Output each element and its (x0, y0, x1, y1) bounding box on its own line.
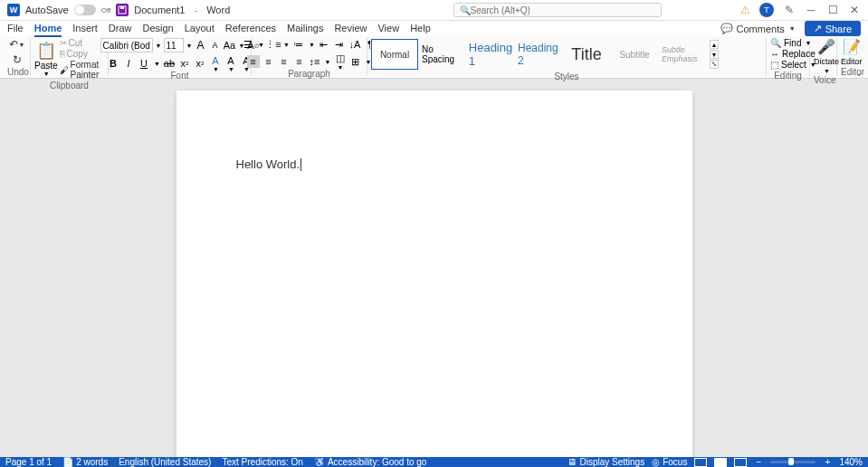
borders-button[interactable]: ⊞ (349, 55, 362, 68)
page[interactable]: Hello World. (176, 91, 692, 457)
chevron-down-icon[interactable]: ▼ (156, 43, 162, 49)
underline-button[interactable]: U (138, 57, 150, 70)
multilevel-list-button[interactable]: ≔ (292, 38, 305, 51)
bullets-button[interactable]: ☰ (242, 38, 254, 51)
minimize-button[interactable]: ─ (805, 4, 817, 16)
increase-indent-button[interactable]: ⇥ (333, 38, 346, 51)
chevron-down-icon[interactable]: ▼ (258, 42, 264, 48)
tab-view[interactable]: View (377, 21, 399, 37)
font-name-input[interactable] (100, 38, 153, 52)
italic-button[interactable]: I (122, 57, 135, 70)
styles-expand[interactable]: ⤡ (710, 60, 719, 69)
tab-layout[interactable]: Layout (185, 21, 215, 37)
style-normal[interactable]: Normal (371, 39, 418, 70)
chevron-down-icon[interactable]: ▼ (186, 43, 193, 49)
align-right-button[interactable]: ≡ (278, 55, 291, 68)
maximize-button[interactable]: ☐ (826, 4, 839, 16)
redo-button[interactable]: ↻ (10, 53, 24, 66)
text-predictions[interactable]: Text Predictions: On (222, 457, 302, 467)
tab-mailings[interactable]: Mailings (287, 21, 323, 37)
language-button[interactable]: English (United States) (119, 457, 211, 467)
zoom-thumb[interactable] (788, 458, 794, 465)
search-icon: 🔍 (770, 38, 781, 48)
collapse-ribbon-button[interactable]: ⌄ (855, 68, 863, 78)
line-spacing-button[interactable]: ↕≡ (309, 55, 321, 68)
style-subtitle[interactable]: Subtitle (611, 39, 658, 70)
accessibility-status[interactable]: ♿Accessibility: Good to go (314, 457, 427, 467)
align-left-button[interactable]: ≡ (247, 55, 260, 68)
page-content[interactable]: Hello World. (236, 157, 633, 171)
tab-design[interactable]: Design (142, 21, 173, 37)
pen-icon[interactable]: ✎ (783, 4, 796, 16)
brush-icon: 🖌 (60, 65, 69, 75)
format-painter-button[interactable]: 🖌Format Painter (60, 60, 104, 80)
tab-insert[interactable]: Insert (72, 21, 98, 37)
print-layout-button[interactable] (714, 458, 727, 467)
cut-button[interactable]: ✂Cut (60, 38, 104, 48)
save-icon[interactable] (116, 4, 129, 16)
highlight-button[interactable]: A▼ (224, 57, 237, 70)
zoom-level[interactable]: 140% (839, 457, 863, 467)
numbering-button[interactable]: ⋮≡ (267, 38, 280, 51)
tab-review[interactable]: Review (334, 21, 367, 37)
comments-button[interactable]: 💬 Comments ▼ (720, 23, 796, 34)
bold-button[interactable]: B (107, 57, 119, 70)
text-effects-button[interactable]: A▼ (209, 57, 222, 70)
change-case-button[interactable]: Aa (223, 39, 235, 52)
superscript-button[interactable]: x2 (194, 57, 206, 70)
tab-references[interactable]: References (225, 21, 276, 37)
font-size-input[interactable] (164, 38, 184, 52)
undo-section: ↶▼ ↻ Undo (4, 38, 31, 76)
undo-button[interactable]: ↶▼ (10, 38, 24, 51)
tab-draw[interactable]: Draw (109, 21, 132, 37)
sort-button[interactable]: ↓A (348, 38, 361, 51)
chevron-down-icon[interactable]: ▼ (283, 42, 290, 48)
align-center-button[interactable]: ≡ (262, 55, 275, 68)
close-button[interactable]: ✕ (848, 4, 861, 16)
styles-scroll-up[interactable]: ▲ (710, 40, 719, 49)
style-heading1-label: Heading 1 (469, 41, 512, 68)
word-count[interactable]: 📄2 words (62, 457, 108, 467)
search-input[interactable] (471, 5, 655, 15)
editor-button[interactable]: 📝 Editor (841, 38, 863, 66)
read-mode-button[interactable] (694, 458, 707, 467)
tab-home[interactable]: Home (34, 21, 62, 37)
zoom-in-button[interactable]: + (823, 458, 832, 467)
search-box[interactable]: 🔍 (453, 3, 662, 17)
chevron-down-icon[interactable]: ▼ (325, 59, 331, 65)
focus-button[interactable]: ◎Focus (652, 457, 687, 467)
document-area[interactable]: Hello World. (0, 79, 868, 457)
chevron-down-icon[interactable]: ▼ (154, 61, 160, 67)
shading-button[interactable]: ◫▼ (334, 55, 347, 68)
zoom-slider[interactable] (770, 461, 816, 463)
subscript-button[interactable]: x2 (178, 57, 191, 70)
document-text[interactable]: Hello World. (236, 157, 300, 171)
justify-button[interactable]: ≡ (293, 55, 306, 68)
strikethrough-button[interactable]: ab (163, 57, 176, 70)
shrink-font-button[interactable]: A (208, 39, 221, 52)
tab-file[interactable]: File (7, 21, 24, 37)
style-heading2[interactable]: Heading 2 (515, 39, 562, 70)
styles-scroll-down[interactable]: ▼ (710, 50, 719, 59)
autosave-toggle[interactable] (74, 5, 96, 15)
style-no-spacing[interactable]: No Spacing (419, 39, 466, 70)
zoom-out-button[interactable]: − (754, 458, 763, 467)
copy-button[interactable]: ⎘Copy (60, 49, 104, 59)
web-layout-button[interactable] (734, 458, 747, 467)
style-title[interactable]: Title (563, 39, 610, 70)
share-button[interactable]: ↗ Share (805, 21, 861, 36)
display-settings-button[interactable]: 🖥Display Settings (568, 457, 644, 467)
document-name[interactable]: Document1 (134, 5, 185, 15)
paste-button[interactable]: 📋 Paste ▼ (34, 41, 58, 77)
grow-font-button[interactable]: A (194, 39, 206, 52)
warning-icon[interactable]: ⚠ (740, 4, 750, 16)
dictate-button[interactable]: 🎤 Dictate ▼ (814, 38, 839, 74)
style-no-spacing-label: No Spacing (422, 44, 463, 64)
decrease-indent-button[interactable]: ⇤ (318, 38, 330, 51)
chevron-down-icon[interactable]: ▼ (309, 42, 315, 48)
style-subtle-emphasis[interactable]: Subtle Emphasis (659, 39, 706, 70)
style-heading1[interactable]: Heading 1 (467, 39, 514, 70)
tab-help[interactable]: Help (410, 21, 431, 37)
page-count[interactable]: Page 1 of 1 (5, 457, 52, 467)
user-avatar[interactable]: T (759, 3, 774, 17)
